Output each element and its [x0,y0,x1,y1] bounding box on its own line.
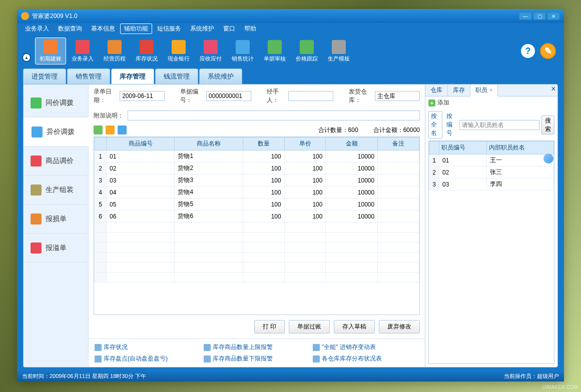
table-row-empty[interactable] [95,242,419,252]
doc-no-label: 单据编号： [180,88,202,104]
table-row-empty[interactable] [95,232,419,242]
quick-link-5[interactable]: 各仓库库存分布状况表 [313,354,419,363]
menu-7[interactable]: 帮助 [240,24,260,34]
panel-tab-0[interactable]: 仓库 [425,84,448,96]
menu-2[interactable]: 基本信息 [87,24,119,34]
main-tab-0[interactable]: 进货管理 [23,68,66,84]
table-row-empty[interactable] [95,222,419,232]
panel-tab-1[interactable]: 库存 [448,84,470,96]
collapse-toolbar-button[interactable]: ▲ [22,53,31,62]
column-header[interactable]: 数量 [243,138,284,150]
warehouse-input[interactable] [375,91,420,101]
menu-3[interactable]: 辅助功能 [120,24,152,34]
maximize-button[interactable]: ▢ [533,12,546,20]
column-header[interactable] [429,142,439,154]
column-header[interactable]: 职员编号 [439,142,487,154]
titlebar[interactable]: 管家婆2009 V1.0 — ▢ ✕ [17,9,564,23]
panel-close-button[interactable]: × [549,84,557,96]
sidebar-item-2[interactable]: 商品调价 [24,146,88,176]
menu-6[interactable]: 窗口 [219,24,239,34]
table-row[interactable]: 404货物410010010000 [95,186,419,198]
quick-link-4[interactable]: "全能" 进销存变动表 [313,343,419,352]
table-row-empty[interactable] [95,262,419,272]
toolbar-btn-1[interactable]: 业务录入 [67,38,98,64]
toolbar-btn-4[interactable]: 现金银行 [163,38,194,64]
search-input[interactable] [459,120,539,130]
main-tab-4[interactable]: 系统维护 [199,68,242,84]
table-row-empty[interactable] [95,252,419,262]
quick-link-0[interactable]: 库存状况 [95,343,201,352]
sidebar-item-4[interactable]: 报损单 [24,204,88,234]
toolbar-icon [236,40,250,54]
table-row[interactable]: 606货物610010010000 [95,210,419,222]
table-row[interactable]: 303李四 [429,178,554,190]
minimize-button[interactable]: — [519,12,532,20]
menu-0[interactable]: 业务录入 [21,24,53,34]
help-button[interactable]: ? [520,43,536,59]
table-row[interactable]: 202张三 [429,166,554,178]
table-row[interactable]: 101货物110010010000 [95,150,419,162]
toolbar-btn-9[interactable]: 生产模板 [323,38,354,64]
search-by-code-link[interactable]: 按编号 [444,112,457,138]
gold-action-button[interactable]: ✎ [540,43,556,59]
toolbar-btn-2[interactable]: 经营历程 [99,38,130,64]
sidebar-icon [31,156,42,166]
column-header[interactable]: 商品名称 [175,138,243,150]
scroll-handle-icon[interactable] [543,154,553,164]
search-button[interactable]: 搜索 [541,116,554,134]
quick-link-2[interactable]: 库存商品数量上限报警 [204,343,310,352]
main-tab-1[interactable]: 销售管理 [67,68,110,84]
add-button[interactable]: + 添加 [428,98,449,107]
handler-input[interactable] [288,91,333,101]
quick-link-1[interactable]: 库存盘点(自动盘盈盘亏) [95,354,201,363]
table-row[interactable]: 505货物510010010000 [95,198,419,210]
total-amt-label: 合计金额： [373,126,403,134]
action-btn-3[interactable]: 废弃修改 [379,320,420,334]
note-input[interactable] [128,110,420,120]
status-user-label: 当前操作员： [504,373,537,379]
toolbar-btn-8[interactable]: 价格跟踪 [291,38,322,64]
table-row[interactable]: 202货物210010010000 [95,162,419,174]
panel-grid[interactable]: 职员编号内部职员姓名101王一202张三303李四 [428,140,554,364]
main-tab-2[interactable]: 库存管理 [111,68,154,84]
status-user: 超级用户 [537,373,559,379]
column-header[interactable]: 金额 [326,138,378,150]
table-row[interactable]: 303货物310010010000 [95,174,419,186]
sidebar-item-3[interactable]: 生产组装 [24,176,88,204]
grid-tool-2-icon[interactable] [106,126,115,134]
menu-1[interactable]: 数据查询 [54,24,86,34]
action-btn-1[interactable]: 单据过账 [289,320,330,334]
main-grid[interactable]: 商品编号商品名称数量单价金额备注101货物110010010000202货物21… [94,136,420,315]
toolbar-btn-5[interactable]: 应收应付 [195,38,226,64]
sidebar-item-0[interactable]: 同价调拨 [24,88,88,118]
sidebar-item-1[interactable]: 异价调拨 [24,118,89,146]
link-icon [313,356,320,362]
action-btn-0[interactable]: 打 印 [254,320,285,334]
search-by-name-link[interactable]: 按全名 [428,111,442,138]
doc-no-input[interactable] [206,91,251,101]
entry-date-input[interactable] [120,91,165,101]
toolbar-btn-7[interactable]: 单据审核 [259,38,290,64]
action-btn-2[interactable]: 存入草稿 [334,320,375,334]
column-header[interactable]: 备注 [378,138,419,150]
quick-link-3[interactable]: 库存商品数量下限报警 [204,354,310,363]
column-header[interactable]: 商品编号 [107,138,175,150]
table-row-empty[interactable] [95,272,419,282]
column-header[interactable]: 单价 [284,138,326,150]
toolbar-btn-0[interactable]: 初期建账 [35,38,66,64]
column-header[interactable]: 内部职员姓名 [486,142,553,154]
table-row[interactable]: 101王一 [429,154,554,166]
column-header[interactable] [95,138,107,150]
sidebar-item-5[interactable]: 报溢单 [24,234,88,262]
grid-tool-1-icon[interactable] [94,126,103,134]
menu-5[interactable]: 系统维护 [186,24,218,34]
main-tab-3[interactable]: 钱流管理 [155,68,198,84]
toolbar-btn-6[interactable]: 销售统计 [227,38,258,64]
close-button[interactable]: ✕ [547,12,560,20]
total-qty: 600 [348,126,358,134]
grid-tool-3-icon[interactable] [118,126,127,134]
toolbar-btn-3[interactable]: 库存状况 [131,38,162,64]
menu-4[interactable]: 短信服务 [153,24,185,34]
panel-tab-2[interactable]: 职员 × [470,84,498,96]
toolbar-icon [140,40,154,54]
